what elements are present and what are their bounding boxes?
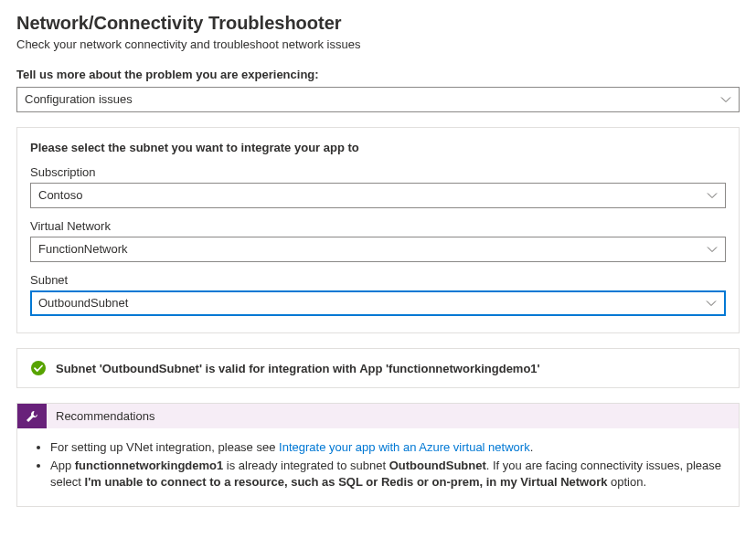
chevron-down-icon <box>706 298 717 309</box>
page-title: Network/Connectivity Troubleshooter <box>16 13 740 34</box>
subnet-panel-title: Please select the subnet you want to int… <box>30 141 726 154</box>
subscription-dropdown[interactable]: Contoso <box>30 183 726 208</box>
recommendation-item: App functionnetworkingdemo1 is already i… <box>50 458 724 491</box>
subnet-panel: Please select the subnet you want to int… <box>16 127 740 333</box>
chevron-down-icon <box>720 94 731 105</box>
recommendation-item: For setting up VNet integration, please … <box>50 439 724 456</box>
recommendations-body: For setting up VNet integration, please … <box>17 428 739 506</box>
recommendations-panel: Recommendations For setting up VNet inte… <box>16 403 740 507</box>
recommendations-title: Recommendations <box>47 404 164 428</box>
vnet-dropdown[interactable]: FunctionNetwork <box>30 237 726 262</box>
wrench-icon <box>17 404 47 428</box>
chevron-down-icon <box>707 190 718 201</box>
svg-point-0 <box>31 361 46 375</box>
subnet-dropdown[interactable]: OutboundSubnet <box>30 290 726 316</box>
chevron-down-icon <box>707 244 718 255</box>
recommendations-header: Recommendations <box>17 404 739 428</box>
subnet-name: OutboundSubnet <box>389 459 486 472</box>
page-subtitle: Check your network connectivity and trou… <box>16 37 740 51</box>
problem-dropdown[interactable]: Configuration issues <box>16 87 740 112</box>
validation-status: Subnet 'OutboundSubnet' is valid for int… <box>16 348 740 388</box>
option-text: I'm unable to connect to a resource, suc… <box>85 475 608 489</box>
vnet-label: Virtual Network <box>30 219 726 233</box>
problem-label: Tell us more about the problem you are e… <box>16 68 740 81</box>
subnet-value: OutboundSubnet <box>38 296 128 310</box>
vnet-integration-link[interactable]: Integrate your app with an Azure virtual… <box>279 440 530 454</box>
subnet-label: Subnet <box>30 273 726 287</box>
validation-message: Subnet 'OutboundSubnet' is valid for int… <box>56 362 540 375</box>
success-icon <box>30 360 47 376</box>
app-name: functionnetworkingdemo1 <box>75 459 224 472</box>
subscription-value: Contoso <box>38 188 82 202</box>
subscription-label: Subscription <box>30 165 726 179</box>
problem-dropdown-value: Configuration issues <box>25 92 133 106</box>
vnet-value: FunctionNetwork <box>38 242 128 256</box>
